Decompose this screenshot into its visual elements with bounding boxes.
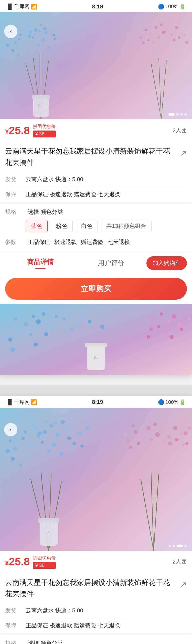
s2-product-title-area: 云南满天星干花勿忘我家居摆设小清新装饰鲜花干花花束摆件 ↗ bbox=[0, 573, 192, 603]
s2-price-main: ¥25.8 bbox=[5, 556, 30, 568]
product-detail-image: F... bbox=[0, 304, 192, 375]
buy-now-area: 立即购买 bbox=[0, 274, 192, 304]
spec-tags: 蓝色 粉色 白色 共13种颜色组合 bbox=[5, 220, 187, 232]
s2-hero-image-area: F... bbox=[0, 408, 192, 551]
status-right: 🔵 100% 🔋 bbox=[158, 4, 186, 10]
svg-point-83 bbox=[157, 325, 160, 328]
s2-spec-row: 规格 选择 颜色分类 bbox=[5, 639, 187, 644]
s2-group-size: 2人团 bbox=[173, 558, 187, 566]
spec-row: 规格 选择 颜色分类 bbox=[5, 208, 187, 216]
param-1: 正品保证 bbox=[28, 238, 50, 246]
tab-product-detail[interactable]: 商品详情 bbox=[5, 252, 76, 274]
s2-status-time: 8:19 bbox=[92, 399, 103, 405]
spec-action[interactable]: 选择 颜色分类 bbox=[28, 208, 63, 216]
svg-point-85 bbox=[165, 330, 168, 334]
info-row-guarantee: 保障 正品保证·极速退款·赠运费险·七天退换 bbox=[5, 187, 187, 202]
s2-dot-1 bbox=[168, 545, 171, 547]
s2-share-icon[interactable]: ↗ bbox=[180, 578, 187, 591]
s2-price-section: ¥25.8 拼团优惠价 ¥ 36 2人团 bbox=[0, 551, 192, 573]
svg-point-59 bbox=[24, 322, 28, 326]
spec-tag-blue[interactable]: 蓝色 bbox=[26, 220, 48, 232]
product-title-text: 云南满天星干花勿忘我家居摆设小清新装饰鲜花干花花束摆件 bbox=[5, 146, 177, 169]
param-3: 赠运费险 bbox=[81, 238, 103, 246]
s2-group-label: 拼团优惠价 bbox=[33, 555, 56, 561]
s2-status-carrier: ▐▌ 千库网 📶 bbox=[6, 399, 37, 406]
svg-point-91 bbox=[140, 323, 142, 325]
svg-point-68 bbox=[75, 322, 79, 326]
s2-back-button[interactable]: ‹ bbox=[4, 423, 17, 436]
svg-point-63 bbox=[14, 318, 17, 321]
info-label-guarantee: 保障 bbox=[5, 191, 26, 198]
svg-point-88 bbox=[149, 327, 153, 331]
add-to-cart-button[interactable]: 加入购物车 bbox=[146, 256, 187, 270]
svg-point-66 bbox=[62, 318, 66, 321]
svg-point-78 bbox=[100, 325, 104, 329]
tabs-section: 商品详情 用户评价 加入购物车 bbox=[0, 252, 192, 274]
svg-rect-94 bbox=[85, 343, 107, 347]
info-value-shipping: 云南六盘水 快递：5.00 bbox=[26, 175, 187, 183]
info-label-shipping: 发货 bbox=[5, 175, 26, 183]
svg-point-74 bbox=[70, 328, 73, 331]
s2-original-price: ¥ 36 bbox=[33, 562, 56, 569]
info-value-guarantee: 正品保证·极速退款·赠运费险·七天退换 bbox=[26, 191, 187, 198]
price-main: ¥25.8 bbox=[5, 124, 30, 137]
svg-point-60 bbox=[32, 315, 35, 318]
svg-point-84 bbox=[177, 322, 181, 326]
original-price: ¥ 36 bbox=[33, 131, 56, 137]
s2-info-label-guarantee: 保障 bbox=[5, 622, 26, 629]
info-row-shipping: 发货 云南六盘水 快递：5.00 bbox=[5, 172, 187, 187]
dot-4 bbox=[184, 113, 187, 116]
screen-2: ▐▌ 千库网 📶 8:19 🔵 100% 🔋 bbox=[0, 396, 192, 644]
svg-point-73 bbox=[88, 320, 91, 323]
s2-product-title-text: 云南满天星干花勿忘我家居摆设小清新装饰鲜花干花花束摆件 bbox=[5, 577, 177, 600]
params-row: 参数 正品保证 极速退款 赠运费险 七天退换 bbox=[5, 236, 187, 248]
screen-1: ▐▌ 千库网 📶 8:19 🔵 100% 🔋 bbox=[0, 0, 192, 375]
dot-3 bbox=[180, 113, 183, 116]
s2-info-label-shipping: 发货 bbox=[5, 607, 26, 614]
s2-image-dots bbox=[168, 545, 187, 547]
svg-point-89 bbox=[169, 335, 174, 339]
s2-info-row-shipping: 发货 云南六盘水 快递：5.00 bbox=[5, 603, 187, 618]
svg-point-75 bbox=[10, 347, 15, 352]
s2-spec-action[interactable]: 选择 颜色分类 bbox=[28, 639, 63, 644]
svg-point-77 bbox=[81, 315, 83, 318]
svg-point-81 bbox=[167, 320, 171, 323]
svg-point-62 bbox=[36, 319, 41, 324]
svg-point-64 bbox=[49, 325, 53, 329]
svg-point-67 bbox=[8, 337, 12, 342]
spec-section: 规格 选择 颜色分类 蓝色 粉色 白色 共13种颜色组合 参数 正品保证 极速退… bbox=[0, 202, 192, 252]
hero-image-area: F... bbox=[0, 12, 192, 119]
svg-point-61 bbox=[19, 330, 22, 334]
svg-point-76 bbox=[34, 343, 38, 346]
spec-tag-pink[interactable]: 粉色 bbox=[51, 220, 73, 232]
product-title-area: 云南满天星干花勿忘我家居摆设小清新装饰鲜花干花花束摆件 ↗ bbox=[0, 142, 192, 172]
svg-point-79 bbox=[152, 317, 156, 321]
image-dots bbox=[168, 113, 187, 116]
spec-tag-white[interactable]: 白色 bbox=[76, 220, 98, 232]
status-carrier: ▐▌ 千库网 📶 bbox=[6, 3, 37, 10]
svg-point-65 bbox=[42, 312, 45, 316]
svg-point-90 bbox=[183, 335, 186, 338]
svg-point-71 bbox=[44, 332, 48, 336]
svg-point-86 bbox=[180, 328, 183, 331]
svg-point-87 bbox=[188, 318, 191, 320]
dot-2 bbox=[176, 113, 179, 116]
svg-point-69 bbox=[29, 333, 32, 336]
tab-user-review[interactable]: 用户评价 bbox=[76, 253, 146, 273]
s2-info-value-shipping: 云南六盘水 快递：5.00 bbox=[26, 607, 187, 614]
svg-text:F...: F... bbox=[94, 356, 98, 359]
dot-1 bbox=[168, 113, 175, 116]
price-section: ¥25.8 拼团优惠价 ¥ 36 2人团 bbox=[0, 119, 192, 142]
group-size: 2人团 bbox=[173, 127, 187, 134]
buy-now-button[interactable]: 立即购买 bbox=[5, 278, 187, 300]
svg-point-92 bbox=[147, 335, 150, 339]
share-icon[interactable]: ↗ bbox=[180, 147, 187, 160]
s2-spec-label: 规格 bbox=[5, 639, 26, 644]
s2-spec-section: 规格 选择 颜色分类 蓝色 粉色 白色 共13种颜色组合 参数 正品保证 极速退… bbox=[0, 633, 192, 644]
spec-tag-combo[interactable]: 共13种颜色组合 bbox=[101, 220, 152, 232]
back-button[interactable]: ‹ bbox=[4, 25, 17, 38]
params-label: 参数 bbox=[5, 238, 26, 246]
s2-status-right: 🔵 100% 🔋 bbox=[158, 399, 186, 405]
s2-dot-2 bbox=[173, 545, 175, 547]
svg-point-82 bbox=[172, 314, 176, 319]
